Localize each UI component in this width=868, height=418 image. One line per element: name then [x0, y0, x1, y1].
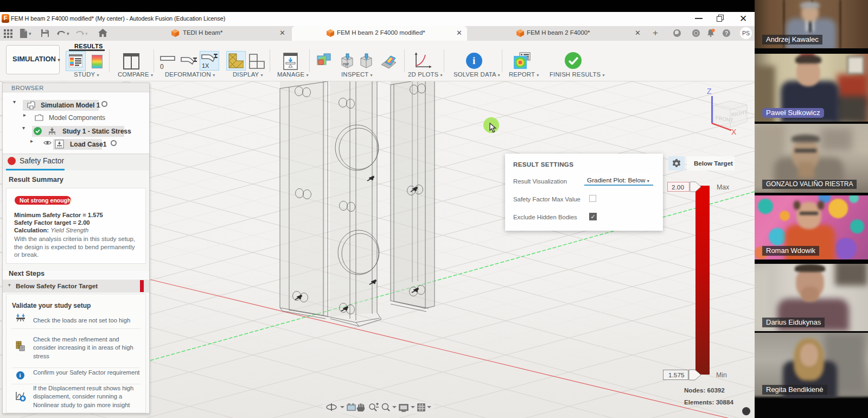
svg-text:xyz: xyz: [343, 61, 349, 66]
svg-text:1X: 1X: [202, 62, 209, 69]
svg-text:0: 0: [160, 63, 164, 70]
